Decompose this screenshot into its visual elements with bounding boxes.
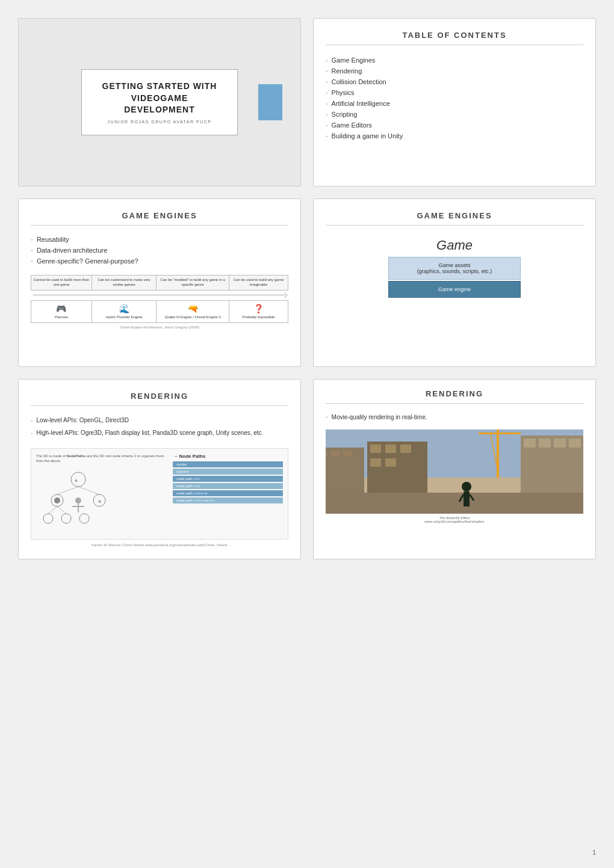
slide-4-game-engines-diagram: GAME ENGINES Game Game assets (graphics,…	[313, 199, 596, 367]
panda-right-panel: → Node Paths render camera node path +/-…	[173, 454, 283, 534]
svg-rect-25	[400, 445, 411, 453]
toc-item-1: Rendering	[326, 66, 583, 76]
game-label: Game	[436, 238, 473, 253]
ge-item-2: Genre-specific? General-purpose?	[31, 256, 288, 266]
svg-line-10	[57, 487, 78, 494]
slides-grid: GETTING STARTED WITH VIDEOGAME DEVELOPME…	[18, 18, 596, 559]
slide-5-rendering: RENDERING Low-level APIs: OpenGL, Direct…	[18, 379, 301, 559]
svg-text:⚙: ⚙	[98, 500, 101, 503]
ge-arrow-cell	[31, 290, 288, 300]
toc-item-3: Physics	[326, 87, 583, 98]
svg-point-7	[43, 514, 53, 523]
toc-item-7: Building a game in Unity	[326, 131, 583, 141]
np-camera: camera	[173, 469, 283, 475]
toc-list: Game Engines Rendering Collision Detecti…	[326, 55, 583, 141]
svg-text:⊕: ⊕	[75, 479, 78, 482]
rendering-item-0: Low-level APIs: OpenGL, Direct3D	[31, 414, 288, 427]
ge2-heading: GAME ENGINES	[326, 211, 583, 226]
ge-citation: Game Engine Architecture, Jason Gregory …	[31, 325, 288, 329]
svg-rect-23	[370, 445, 381, 453]
panda-nodes-svg: ⊕ ⚙	[36, 467, 120, 534]
node-paths-label: → Node Paths	[173, 454, 283, 459]
slide-title-inner: GETTING STARTED WITH VIDEOGAME DEVELOPME…	[19, 19, 300, 186]
np-3: node path +/-c/+/-e/+/-c	[173, 497, 283, 503]
ge-game-label-3: Probably impossible	[231, 315, 286, 320]
svg-point-9	[79, 514, 89, 523]
panda-diagram: The 3D is made of NodePaths and the 3D r…	[31, 448, 288, 540]
rendering-item-1: High-level APIs: Ogre3D, Flash display l…	[31, 427, 288, 440]
svg-rect-32	[524, 439, 536, 448]
assets-box: Game assets (graphics, sounds, scripts, …	[388, 257, 521, 280]
svg-point-37	[462, 482, 471, 491]
panda-footer: Panda 3D Manual: Cheat Sheets www.panda3…	[31, 543, 288, 547]
svg-point-4	[75, 497, 81, 503]
title-blue-rectangle	[258, 84, 282, 120]
svg-point-0	[71, 472, 85, 487]
title-box: GETTING STARTED WITH VIDEOGAME DEVELOPME…	[81, 69, 238, 135]
toc-item-5: Scripting	[326, 109, 583, 120]
ge-col-0: Cannot be used to build more than one ga…	[31, 275, 92, 291]
slide-3-game-engines: GAME ENGINES Reusability Data-driven arc…	[18, 199, 301, 367]
panda-desc: The 3D is made of NodePaths and the 3D r…	[36, 454, 168, 464]
np-1: node path +/-a	[173, 483, 283, 489]
svg-line-13	[57, 506, 66, 514]
rendering2-heading: RENDERING	[326, 389, 583, 404]
ge-table-header: Cannot be used to build more than one ga…	[31, 275, 288, 291]
ge-game-label-1: Hydro Thunder Engine	[94, 315, 154, 320]
rendering-list: Low-level APIs: OpenGL, Direct3D High-le…	[31, 414, 288, 440]
svg-point-3	[54, 497, 60, 503]
svg-rect-24	[385, 445, 396, 453]
svg-rect-38	[464, 491, 470, 506]
svg-rect-26	[370, 458, 381, 467]
screenshot-svg	[326, 429, 583, 514]
svg-rect-36	[326, 493, 583, 514]
ge-heading: GAME ENGINES	[31, 211, 288, 226]
svg-line-12	[48, 506, 57, 514]
ge-game-2: 🔫 Quake III Engine / Unreal Engine 3	[157, 300, 229, 322]
engine-box: Game engine	[388, 281, 521, 298]
slide-main-title: GETTING STARTED WITH VIDEOGAME DEVELOPME…	[96, 81, 223, 116]
ge-game-0: 🎮 Pacman	[31, 300, 92, 322]
toc-item-6: Game Editors	[326, 120, 583, 131]
toc-heading: TABLE OF CONTENTS	[326, 31, 583, 45]
svg-rect-33	[539, 439, 551, 448]
ge-game-label-0: Pacman	[33, 315, 90, 320]
toc-item-0: Game Engines	[326, 55, 583, 66]
ge-game-3: ❓ Probably impossible	[229, 300, 288, 322]
ge-game-label-2: Quake III Engine / Unreal Engine 3	[158, 315, 227, 320]
svg-rect-27	[385, 458, 396, 467]
ge-col-3: Can be used to build any game imaginable	[229, 275, 288, 291]
screenshot-caption: The Butterfly Effect www.unity3d.com/gal…	[326, 516, 583, 523]
svg-line-11	[78, 487, 99, 494]
toc-item-4: Artificial Intelligence	[326, 98, 583, 109]
rendering2-item-0: Movie-quality rendering in real-time.	[326, 412, 583, 422]
svg-rect-20	[331, 451, 340, 457]
np-2: node path +/-c/+/-e	[173, 490, 283, 496]
svg-rect-19	[326, 451, 327, 457]
ge-list: Reusability Data-driven architecture Gen…	[31, 234, 288, 266]
slide-subtitle: JUNIOR ROJAS GRUPO AVATAR PUCP	[96, 120, 223, 124]
rendering2-list: Movie-quality rendering in real-time.	[326, 412, 583, 422]
np-0: node path +/-c	[173, 476, 283, 482]
page-number: 1	[592, 849, 596, 856]
toc-item-2: Collision Detection	[326, 76, 583, 87]
game-diagram: Game Game assets (graphics, sounds, scri…	[326, 238, 583, 298]
slide-2-toc: TABLE OF CONTENTS Game Engines Rendering…	[313, 18, 596, 186]
svg-rect-29	[479, 432, 521, 434]
rendering-heading: RENDERING	[31, 392, 288, 406]
slide-6-rendering-image: RENDERING Movie-quality rendering in rea…	[313, 379, 596, 559]
ge-item-0: Reusability	[31, 234, 288, 245]
ge-item-1: Data-driven architecture	[31, 245, 288, 256]
ge-game-1: 🌊 Hydro Thunder Engine	[91, 300, 156, 322]
svg-rect-21	[343, 451, 352, 457]
ge-table-icons: 🎮 Pacman 🌊 Hydro Thunder Engine 🔫 Quake …	[31, 300, 288, 322]
np-render: render	[173, 461, 283, 467]
ge-table-arrow-row	[31, 290, 288, 300]
ge-col-2: Can be "modded" to build any game in a s…	[157, 275, 229, 291]
slide-1-title: GETTING STARTED WITH VIDEOGAME DEVELOPME…	[18, 18, 301, 186]
svg-rect-34	[554, 439, 566, 448]
ge-spectrum-table: Cannot be used to build more than one ga…	[31, 275, 288, 323]
game-screenshot	[326, 429, 583, 514]
panda-left-panel: The 3D is made of NodePaths and the 3D r…	[36, 454, 168, 534]
svg-rect-35	[569, 439, 581, 448]
